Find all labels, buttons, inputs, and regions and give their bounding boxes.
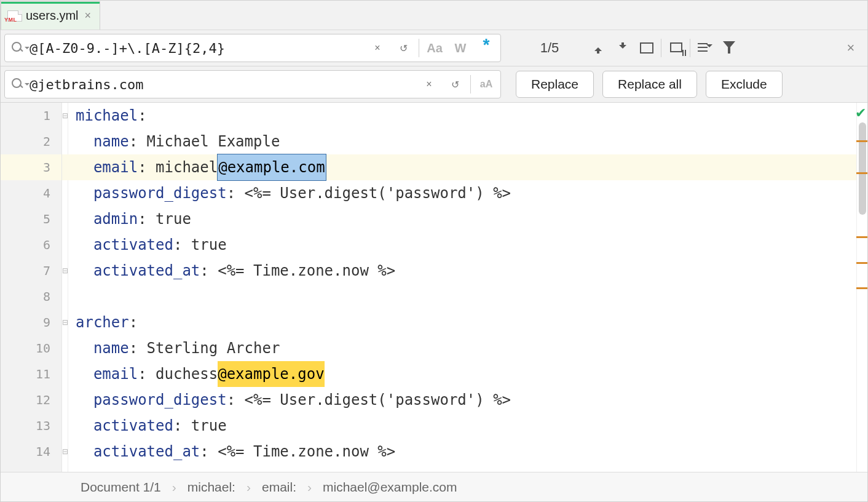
fold-toggle[interactable]: ⊟ bbox=[62, 103, 68, 129]
line-number: 7 bbox=[1, 258, 61, 284]
search-history-icon[interactable]: ↺ bbox=[393, 38, 414, 58]
code-line[interactable]: email: michael@example.com bbox=[68, 154, 867, 180]
line-number: 6 bbox=[1, 232, 61, 258]
select-all-occurrences-icon[interactable] bbox=[665, 38, 686, 58]
scrollbar-track[interactable]: ✔ bbox=[856, 103, 867, 472]
prev-match-button[interactable] bbox=[587, 38, 608, 58]
fold-toggle bbox=[62, 180, 68, 206]
other-match: @example.gov bbox=[218, 361, 324, 387]
code-line[interactable]: password_digest: <%= User.digest('passwo… bbox=[68, 387, 867, 413]
code-line[interactable]: activated_at: <%= Time.zone.now %> bbox=[68, 258, 867, 284]
fold-toggle bbox=[62, 284, 68, 309]
close-tab-icon[interactable]: × bbox=[82, 9, 94, 22]
line-number: 14 bbox=[1, 439, 61, 464]
yaml-file-icon: YML bbox=[7, 10, 22, 22]
exclude-button[interactable]: Exclude bbox=[706, 71, 783, 98]
tab-bar: YML users.yml × bbox=[1, 1, 867, 30]
line-number: 9 bbox=[1, 309, 61, 335]
code-line[interactable]: email: duchess@example.gov bbox=[68, 361, 867, 387]
line-number: 13 bbox=[1, 413, 61, 439]
file-tab-title: users.yml bbox=[26, 9, 79, 23]
current-match: @example.com bbox=[218, 154, 325, 180]
line-number: 11 bbox=[1, 361, 61, 387]
breadcrumb-item[interactable]: michael@example.com bbox=[323, 480, 457, 495]
replace-all-button[interactable]: Replace all bbox=[602, 71, 697, 98]
match-marker[interactable] bbox=[856, 140, 867, 142]
breadcrumb-bar: Document 1/1 › michael: › email: › micha… bbox=[1, 472, 867, 501]
search-bar: × ↺ Aa W * 1/5 × bbox=[1, 30, 867, 66]
code-line[interactable]: name: Michael Example bbox=[68, 129, 867, 154]
inspection-ok-icon: ✔ bbox=[855, 105, 866, 121]
breadcrumb-item[interactable]: michael: bbox=[187, 480, 235, 495]
scrollbar-thumb[interactable] bbox=[859, 122, 866, 215]
whole-word-toggle[interactable]: W bbox=[450, 38, 471, 58]
regex-toggle[interactable]: * bbox=[476, 34, 497, 55]
line-number: 10 bbox=[1, 335, 61, 361]
chevron-right-icon: › bbox=[172, 480, 176, 495]
fold-column: ⊟⊟⊟⊟ bbox=[62, 103, 68, 472]
match-marker[interactable] bbox=[856, 172, 867, 174]
match-marker[interactable] bbox=[856, 236, 867, 238]
fold-toggle bbox=[62, 361, 68, 387]
search-icon[interactable] bbox=[11, 41, 25, 55]
line-number: 8 bbox=[1, 284, 61, 309]
preserve-case-toggle[interactable]: aA bbox=[476, 74, 497, 95]
code-line[interactable]: activated: true bbox=[68, 413, 867, 439]
replace-bar: × ↺ aA Replace Replace all Exclude bbox=[1, 66, 867, 103]
clear-search-icon[interactable]: × bbox=[367, 38, 388, 58]
open-in-window-icon[interactable] bbox=[636, 38, 657, 58]
line-number: 5 bbox=[1, 206, 61, 232]
line-number: 4 bbox=[1, 180, 61, 206]
search-input-wrap: × ↺ Aa W * bbox=[4, 34, 501, 62]
fold-toggle[interactable]: ⊟ bbox=[62, 258, 68, 284]
fold-toggle bbox=[62, 129, 68, 154]
code-editor[interactable]: 1234567891011121314 ⊟⊟⊟⊟ michael: name: … bbox=[1, 103, 867, 472]
chevron-right-icon: › bbox=[307, 480, 312, 495]
match-marker[interactable] bbox=[856, 287, 867, 289]
replace-button[interactable]: Replace bbox=[516, 71, 594, 98]
fold-toggle[interactable]: ⊟ bbox=[62, 309, 68, 335]
line-number: 1 bbox=[1, 103, 61, 129]
code-line[interactable] bbox=[68, 284, 867, 309]
breadcrumb-document[interactable]: Document 1/1 bbox=[81, 480, 161, 495]
match-marker[interactable] bbox=[856, 262, 867, 264]
filter-icon[interactable] bbox=[719, 38, 740, 58]
code-line[interactable]: password_digest: <%= User.digest('passwo… bbox=[68, 180, 867, 206]
editor-window: YML users.yml × × ↺ Aa W * 1/5 × bbox=[0, 0, 868, 502]
code-line[interactable]: michael: bbox=[68, 103, 867, 129]
fold-toggle bbox=[62, 206, 68, 232]
fold-toggle bbox=[62, 335, 68, 361]
clear-replace-icon[interactable]: × bbox=[419, 74, 440, 95]
chevron-right-icon: › bbox=[247, 480, 251, 495]
file-tab[interactable]: YML users.yml × bbox=[1, 1, 100, 30]
match-case-toggle[interactable]: Aa bbox=[424, 38, 445, 58]
code-line[interactable]: activated_at: <%= Time.zone.now %> bbox=[68, 439, 867, 464]
match-counter: 1/5 bbox=[516, 40, 583, 56]
replace-input[interactable] bbox=[30, 77, 414, 92]
line-number: 2 bbox=[1, 129, 61, 154]
line-number: 12 bbox=[1, 387, 61, 413]
fold-toggle bbox=[62, 154, 68, 180]
fold-toggle bbox=[62, 413, 68, 439]
line-number: 3 bbox=[1, 154, 61, 180]
replace-input-wrap: × ↺ aA bbox=[4, 70, 501, 98]
fold-toggle bbox=[62, 232, 68, 258]
replace-history-icon[interactable]: ↺ bbox=[444, 74, 465, 95]
fold-toggle[interactable]: ⊟ bbox=[62, 439, 68, 464]
code-area[interactable]: michael: name: Michael Example email: mi… bbox=[68, 103, 867, 472]
next-match-button[interactable] bbox=[612, 38, 633, 58]
line-number-gutter: 1234567891011121314 bbox=[1, 103, 62, 472]
code-line[interactable]: name: Sterling Archer bbox=[68, 335, 867, 361]
breadcrumb-item[interactable]: email: bbox=[262, 480, 296, 495]
code-line[interactable]: admin: true bbox=[68, 206, 867, 232]
code-line[interactable]: archer: bbox=[68, 309, 867, 335]
close-search-icon[interactable]: × bbox=[840, 38, 861, 58]
search-input[interactable] bbox=[30, 41, 362, 56]
replace-icon[interactable] bbox=[11, 78, 25, 91]
search-options-icon[interactable] bbox=[694, 38, 715, 58]
fold-toggle bbox=[62, 387, 68, 413]
code-line[interactable]: activated: true bbox=[68, 232, 867, 258]
